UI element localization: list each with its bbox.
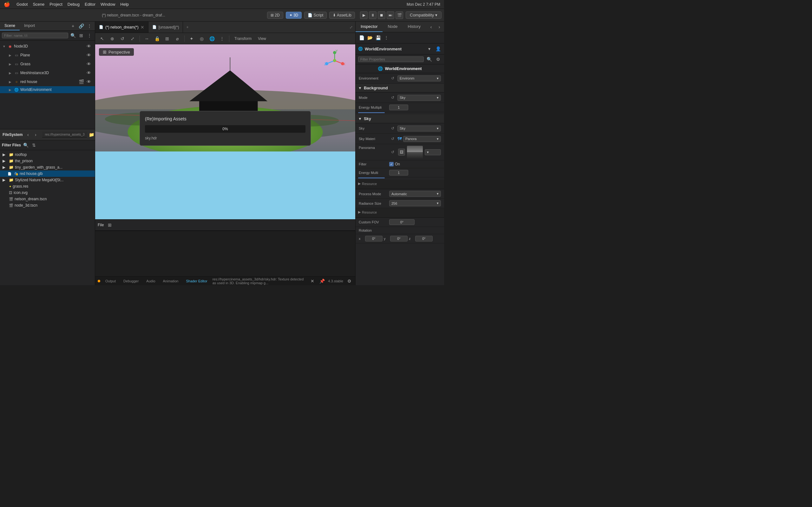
tab-import[interactable]: Import: [20, 21, 39, 31]
energy-number-input[interactable]: [389, 105, 408, 110]
sky-sync-icon[interactable]: ↺: [389, 125, 396, 132]
tree-item-redhouse[interactable]: ▶ ○ red house 🎬 👁: [0, 77, 95, 86]
link-node-button[interactable]: 🔗: [78, 22, 85, 30]
filter-settings-icon[interactable]: ⚙: [435, 56, 442, 63]
vp-grid-tool[interactable]: ⊞: [163, 34, 171, 43]
menu-editor[interactable]: Editor: [85, 2, 96, 7]
inspector-open-icon[interactable]: 📂: [366, 34, 373, 41]
redhouse-visibility[interactable]: 👁: [85, 78, 92, 85]
resource-label[interactable]: ▶ Resource: [358, 181, 442, 186]
fs-item-prison[interactable]: ▶ 📁 the_prison: [0, 158, 95, 164]
tree-item-grass[interactable]: ▶ ▭ Grass 👁: [0, 60, 95, 68]
rotation-x-input[interactable]: [365, 236, 383, 241]
tab-inspector[interactable]: Inspector: [356, 21, 383, 32]
editor-tab-unsaved[interactable]: 📄 [unsaved](*): [148, 21, 183, 33]
apple-menu[interactable]: 🍎: [4, 1, 10, 7]
tab-add-button[interactable]: +: [183, 21, 192, 33]
energy-multi-input[interactable]: [389, 170, 408, 176]
panorama-sync-icon[interactable]: ↺: [389, 149, 396, 156]
menu-project[interactable]: Project: [49, 2, 62, 7]
rotation-z-input[interactable]: [415, 236, 433, 241]
fs-item-nelson-tscn[interactable]: ▶ 🎬 nelson_dream.tscn: [0, 196, 95, 202]
fs-forward-button[interactable]: ›: [32, 131, 39, 138]
panorama-thumbnail[interactable]: [407, 146, 423, 158]
menu-scene[interactable]: Scene: [33, 2, 44, 7]
fs-item-rooftop[interactable]: ▶ 📁 rooftop: [0, 152, 95, 158]
insp-section-sky[interactable]: ▼ Sky: [356, 114, 444, 123]
btn-2d[interactable]: ⊞ 2D: [267, 12, 283, 19]
class-search-user[interactable]: 👤: [435, 45, 442, 52]
mode-dropdown[interactable]: Sky ▾: [397, 95, 441, 101]
inspector-forward[interactable]: ›: [436, 23, 443, 31]
tree-item-meshinstance3d[interactable]: ▶ ▭ MeshInstance3D 👁: [0, 68, 95, 77]
node3d-visibility[interactable]: 👁: [85, 43, 92, 50]
fs-item-red-house-glb[interactable]: 📄 🎭 red house.glb: [0, 170, 95, 177]
scene-filter-options[interactable]: ⊞: [78, 32, 85, 39]
filter-checkbox[interactable]: ✓: [389, 162, 394, 166]
fs-back-button[interactable]: ‹: [24, 131, 32, 138]
scene-filter-more[interactable]: ⋮: [86, 32, 93, 39]
status-pin-icon[interactable]: 📌: [318, 278, 325, 285]
tab-shader-editor[interactable]: Shader Editor: [183, 279, 210, 284]
env-sync-icon[interactable]: ↺: [389, 75, 396, 82]
vp-rotate-tool[interactable]: ↺: [118, 34, 127, 43]
tab-output[interactable]: Output: [103, 279, 118, 284]
energy-multi-slider[interactable]: [358, 177, 385, 178]
btn-3d[interactable]: ✦ 3D: [286, 12, 302, 19]
compat-button[interactable]: Compatibility ▾: [406, 11, 442, 19]
scene-more-button[interactable]: ⋮: [86, 22, 93, 30]
fs-item-grass-res[interactable]: ▶ ✦ grass.res: [0, 183, 95, 189]
btn-assetlib[interactable]: ⬇ AssetLib: [329, 12, 355, 19]
menu-godot[interactable]: Godot: [16, 2, 28, 7]
tab-scene[interactable]: Scene: [0, 21, 20, 31]
tab-close-nelson[interactable]: ✕: [141, 25, 144, 30]
insp-section-background[interactable]: ▼ Background: [356, 83, 444, 93]
perspective-label[interactable]: ⊞ Perspective: [99, 48, 134, 56]
movie-button[interactable]: 🎬: [396, 11, 403, 19]
inspector-new-icon[interactable]: 📄: [358, 34, 365, 41]
filter-properties-input[interactable]: [358, 56, 424, 62]
vp-scale-tool[interactable]: ⤢: [128, 34, 137, 43]
class-dropdown-btn[interactable]: ▾: [426, 45, 433, 52]
vp-lock-tool[interactable]: 🔒: [153, 34, 161, 43]
vp-occlusion-tool[interactable]: ◎: [197, 34, 206, 43]
resource-label-2[interactable]: ▶ Resource: [358, 210, 442, 214]
file-copy-icon[interactable]: ⊞: [106, 222, 113, 228]
viewport[interactable]: ⊞ Perspective Y X Z: [95, 44, 355, 219]
vp-transform-btn[interactable]: Transform: [232, 36, 254, 42]
vp-move-tool[interactable]: ⊕: [108, 34, 117, 43]
stop-button[interactable]: ⏹: [378, 11, 386, 19]
inspector-save-icon[interactable]: 💾: [374, 34, 382, 41]
search-icon[interactable]: 🔍: [69, 32, 77, 39]
menu-window[interactable]: Window: [101, 2, 115, 7]
energy-slider[interactable]: [358, 112, 385, 113]
sky-dropdown[interactable]: Sky ▾: [397, 125, 441, 131]
grass-visibility[interactable]: 👁: [85, 60, 92, 67]
step-button[interactable]: ⏭: [387, 11, 394, 19]
panorama-dropdown[interactable]: ▾: [425, 149, 441, 155]
vp-global-tool[interactable]: 🌐: [207, 34, 216, 43]
mode-sync-icon[interactable]: ↺: [389, 94, 396, 101]
vp-snap-tool[interactable]: ⌀: [173, 34, 182, 43]
menu-debug[interactable]: Debug: [67, 2, 80, 7]
tree-item-worldenv[interactable]: ▶ 🌐 WorldEnvironment: [0, 86, 95, 93]
fs-item-node3d-tscn[interactable]: ▶ 🎬 node_3d.tscn: [0, 202, 95, 209]
radiance-size-dropdown[interactable]: 256 ▾: [389, 200, 441, 206]
vp-view-btn[interactable]: View: [255, 36, 269, 42]
play-button[interactable]: ▶: [360, 11, 368, 19]
custom-fov-input[interactable]: [389, 219, 415, 225]
sky-material-dropdown[interactable]: Panora ▾: [403, 136, 441, 142]
process-mode-dropdown[interactable]: Automatic ▾: [389, 191, 441, 197]
scene-filter-input[interactable]: [2, 33, 68, 38]
inspector-more-icon[interactable]: ⋮: [383, 34, 390, 41]
btn-script[interactable]: 📄 Script: [304, 12, 327, 19]
tab-history[interactable]: History: [403, 21, 426, 32]
tab-animation[interactable]: Animation: [160, 279, 181, 284]
vp-select-tool[interactable]: ↖: [98, 34, 107, 43]
menu-help[interactable]: Help: [120, 2, 129, 7]
mesh-visibility[interactable]: 👁: [85, 69, 92, 76]
tree-item-node3d[interactable]: ▼ ◉ Node3D 👁: [0, 42, 95, 51]
panorama-resource-btn[interactable]: 🖼: [398, 149, 405, 156]
vp-transform-tool[interactable]: ↔: [142, 34, 151, 43]
add-node-button[interactable]: +: [69, 22, 77, 30]
